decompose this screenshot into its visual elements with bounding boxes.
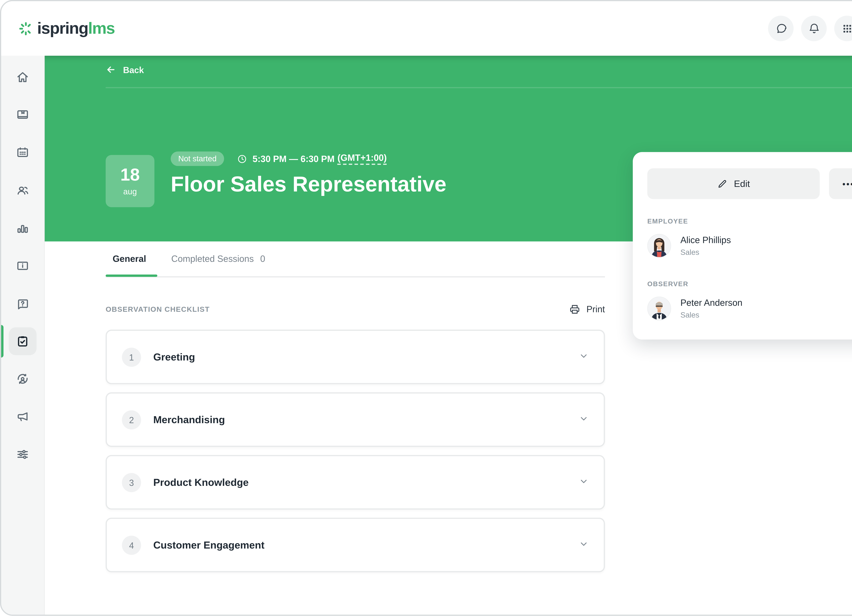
courses-book-icon: [16, 108, 30, 122]
item-number: 3: [122, 473, 141, 492]
tab-completed-count: 0: [260, 254, 265, 264]
screenshot-viewport: ispringlms: [0, 0, 852, 616]
sidebar-item-reports[interactable]: [9, 214, 37, 242]
ispring-lms-logo[interactable]: ispringlms: [18, 20, 115, 36]
session-timezone[interactable]: (GMT+1:00): [337, 152, 387, 165]
calendar-icon: [16, 146, 30, 160]
notifications-bell-icon[interactable]: [801, 16, 827, 41]
item-number: 4: [122, 535, 141, 554]
item-number: 1: [122, 347, 141, 367]
sidebar-item-settings[interactable]: [9, 441, 37, 468]
chat-icon[interactable]: [768, 16, 793, 41]
back-button[interactable]: Back: [106, 64, 144, 75]
item-label: Merchandising: [153, 414, 579, 426]
question-card-icon: [16, 297, 30, 311]
item-label: Customer Engagement: [153, 539, 579, 551]
tab-completed-sessions[interactable]: Completed Sessions 0: [171, 254, 265, 264]
sidebar-item-trainings[interactable]: [9, 365, 37, 393]
tab-general[interactable]: General: [113, 254, 146, 264]
arrow-left-icon: [106, 64, 116, 75]
sidebar-item-calendar[interactable]: [9, 139, 37, 167]
status-badge: Not started: [171, 151, 224, 166]
observer-row: Peter Anderson Sales: [647, 295, 852, 322]
tab-completed-label: Completed Sessions: [171, 254, 254, 264]
checklist-item-merchandising[interactable]: 2 Merchandising: [106, 393, 605, 447]
reports-chart-icon: [16, 221, 30, 235]
date-day: 18: [106, 166, 154, 183]
edit-label: Edit: [734, 178, 750, 189]
people-icon: [16, 183, 30, 198]
sidebar-item-announcements[interactable]: [9, 403, 37, 431]
apps-grid-icon[interactable]: [834, 16, 852, 41]
chevron-down-icon[interactable]: [579, 351, 589, 363]
session-date-badge: 18 aug: [106, 155, 154, 207]
observation-checklist-icon: [16, 334, 30, 348]
printer-icon: [569, 303, 580, 315]
ispring-flower-icon: [18, 21, 33, 36]
tabs-divider: [106, 276, 605, 278]
section-title: OBSERVATION CHECKLIST: [106, 305, 210, 314]
employee-role: Sales: [680, 248, 852, 256]
edit-button[interactable]: Edit: [647, 168, 820, 199]
sidebar: [1, 56, 45, 614]
checklist-item-greeting[interactable]: 1 Greeting: [106, 330, 605, 384]
session-details-card: Edit ••• EMPLOYEE: [633, 152, 852, 340]
item-label: Greeting: [153, 351, 579, 363]
sidebar-item-info[interactable]: [9, 252, 37, 280]
session-meta: Not started 5:30 PM — 6:30 PM (GMT+1:00): [171, 151, 387, 166]
observer-label: OBSERVER: [647, 281, 689, 287]
observer-role: Sales: [680, 310, 852, 319]
back-label: Back: [123, 65, 144, 75]
item-label: Product Knowledge: [153, 476, 579, 488]
active-tab-indicator: [106, 275, 157, 277]
more-actions-button[interactable]: •••: [829, 168, 852, 199]
observer-info: Peter Anderson Sales: [680, 297, 852, 319]
announcements-megaphone-icon: [16, 410, 30, 424]
topbar-actions: [768, 16, 852, 41]
pencil-icon: [717, 178, 727, 189]
sidebar-item-quizzes[interactable]: [9, 290, 37, 317]
top-bar: ispringlms: [1, 1, 852, 56]
employee-label: EMPLOYEE: [647, 218, 688, 225]
checklist-item-product-knowledge[interactable]: 3 Product Knowledge: [106, 455, 605, 510]
item-number: 2: [122, 410, 141, 429]
observer-name: Peter Anderson: [680, 297, 852, 308]
chevron-down-icon[interactable]: [579, 414, 589, 426]
sidebar-item-checklists[interactable]: [9, 327, 37, 355]
print-label: Print: [586, 304, 605, 314]
print-button[interactable]: Print: [569, 303, 605, 315]
main-content: Back 18 aug Not started 5:30 PM — 6:30 P…: [45, 56, 852, 614]
employee-info: Alice Phillips Sales: [680, 235, 852, 256]
info-card-icon: [16, 259, 30, 273]
sidebar-item-people[interactable]: [9, 177, 37, 204]
ellipsis-icon: •••: [843, 179, 852, 189]
logo-text: ispringlms: [37, 20, 115, 36]
observer-avatar[interactable]: [647, 296, 671, 320]
trainings-360-icon: [16, 372, 30, 386]
clock-icon: [237, 154, 247, 164]
app-window: ispringlms: [0, 0, 852, 616]
chevron-down-icon[interactable]: [579, 476, 589, 488]
employee-row: Alice Phillips Sales: [647, 232, 852, 259]
checklist-items: 1 Greeting 2 Merchandising 3 Product Kno…: [106, 330, 605, 572]
settings-sliders-icon: [16, 447, 30, 462]
employee-name: Alice Phillips: [680, 235, 852, 245]
checklist-item-customer-engagement[interactable]: 4 Customer Engagement: [106, 518, 605, 572]
sidebar-item-courses[interactable]: [9, 101, 37, 129]
header-divider: [106, 87, 852, 88]
home-icon: [16, 70, 30, 84]
checklist-section-header: OBSERVATION CHECKLIST Print: [106, 302, 605, 317]
page-title: Floor Sales Representative: [171, 172, 446, 197]
chevron-down-icon[interactable]: [579, 539, 589, 551]
session-time: 5:30 PM — 6:30 PM: [252, 154, 334, 164]
employee-avatar[interactable]: [647, 234, 671, 257]
date-month: aug: [106, 187, 154, 196]
sidebar-item-home[interactable]: [9, 63, 37, 91]
